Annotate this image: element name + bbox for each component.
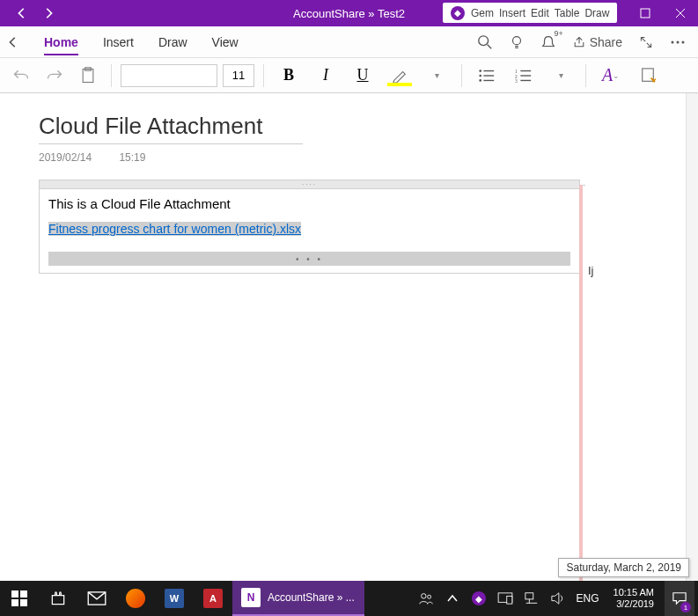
svg-line-5	[487, 44, 491, 48]
svg-point-14	[479, 70, 481, 72]
taskbar-active-app[interactable]: N AccountShare » ...	[232, 581, 364, 616]
redo-icon	[46, 67, 63, 84]
clipboard-button[interactable]	[74, 62, 102, 90]
page-title[interactable]	[39, 109, 303, 144]
separator	[585, 64, 586, 87]
maximize-button[interactable]	[628, 0, 663, 26]
taskbar-firefox[interactable]	[116, 581, 155, 616]
tray-people[interactable]	[415, 581, 437, 616]
share-label: Share	[590, 35, 622, 49]
undo-button[interactable]	[7, 62, 35, 90]
tray-overflow[interactable]	[441, 581, 464, 616]
taskbar-word[interactable]: W	[155, 581, 194, 616]
gem-icon: ◆	[451, 6, 465, 20]
tray-network[interactable]	[520, 581, 543, 616]
page-time: 15:19	[119, 151, 145, 164]
tab-view[interactable]: View	[200, 35, 251, 49]
share-button[interactable]: Share	[567, 35, 628, 49]
highlighter-icon	[392, 68, 408, 84]
bulleted-list-button[interactable]	[471, 62, 503, 90]
taskbar-pdf[interactable]: A	[194, 581, 232, 616]
search-icon	[477, 34, 493, 50]
start-button[interactable]	[0, 581, 39, 616]
mail-icon	[87, 591, 107, 605]
search-button[interactable]	[472, 29, 498, 55]
chevron-up-icon	[447, 594, 458, 603]
date-tooltip: Saturday, March 2, 2019	[558, 558, 689, 577]
nav-back-button[interactable]	[9, 0, 35, 26]
note-page[interactable]: 2019/02/14 15:19 ···· ↔ This is a Cloud …	[0, 93, 698, 290]
svg-point-10	[677, 40, 680, 43]
fullscreen-button[interactable]	[633, 29, 659, 55]
tray-clock[interactable]: 10:15 AM 3/2/2019	[606, 587, 661, 610]
separator	[263, 64, 264, 87]
tab-home[interactable]: Home	[32, 35, 91, 49]
close-button[interactable]	[663, 0, 698, 26]
action-center-button[interactable]: 1	[665, 581, 694, 616]
share-icon	[572, 35, 586, 49]
attachment-link[interactable]: Fitness progress chart for women (metric…	[48, 222, 301, 236]
block-drag-handle[interactable]: ····	[40, 180, 579, 189]
tray-language[interactable]: ENG	[573, 581, 603, 616]
notifications-button[interactable]: 9+	[535, 29, 562, 55]
font-size-input[interactable]	[223, 64, 254, 87]
addin-edit[interactable]: Edit	[531, 7, 549, 19]
content-block[interactable]: ···· ↔ This is a Cloud File Attachment F…	[39, 180, 580, 274]
window-title: AccountShare » Test2	[293, 7, 405, 20]
arrow-left-icon	[16, 7, 28, 19]
addin-table[interactable]: Table	[555, 7, 580, 19]
tab-insert[interactable]: Insert	[91, 35, 146, 49]
svg-rect-29	[11, 599, 18, 606]
highlight-button[interactable]	[384, 62, 415, 90]
tray-volume[interactable]	[547, 581, 569, 616]
clear-formatting-button[interactable]: A⌄	[595, 62, 627, 90]
ellipsis-icon	[670, 40, 686, 45]
taskbar-mail[interactable]	[77, 581, 116, 616]
content-area: 2019/02/14 15:19 ···· ↔ This is a Cloud …	[0, 93, 698, 581]
tray-display[interactable]	[494, 581, 517, 616]
tab-draw[interactable]: Draw	[146, 35, 200, 49]
content-body[interactable]: This is a Cloud File Attachment Fitness …	[40, 189, 579, 273]
title-bar: AccountShare » Test2 ◆ Gem Insert Edit T…	[0, 0, 698, 26]
tag-button[interactable]	[632, 62, 664, 90]
formatting-toolbar: B I U ▾ 123 ▾ A⌄	[0, 58, 698, 93]
nav-forward-button[interactable]	[35, 0, 62, 26]
tray-language-label: ENG	[577, 592, 599, 605]
system-tray: ◆ ENG 10:15 AM 3/2/2019 1	[415, 581, 699, 616]
tray-gem[interactable]: ◆	[467, 581, 490, 616]
chevron-left-icon	[7, 36, 19, 48]
addin-draw[interactable]: Draw	[584, 7, 609, 19]
maximize-icon	[640, 8, 650, 18]
redo-button[interactable]	[40, 62, 69, 90]
underline-button[interactable]: U	[347, 62, 378, 90]
volume-icon	[550, 591, 566, 605]
expand-icon	[639, 35, 653, 49]
numbered-list-button[interactable]: 123	[508, 62, 540, 90]
clipboard-icon	[80, 67, 96, 84]
page-back-button[interactable]	[7, 36, 32, 48]
taskbar-store[interactable]	[39, 581, 77, 616]
windows-icon	[11, 590, 27, 606]
lightbulb-button[interactable]	[503, 29, 530, 55]
page-date: 2019/02/14	[39, 151, 92, 164]
svg-point-32	[421, 594, 425, 598]
font-name-input[interactable]	[121, 64, 217, 87]
more-button[interactable]	[665, 29, 691, 55]
list-dropdown-button[interactable]: ▾	[545, 62, 577, 90]
display-icon	[497, 592, 513, 605]
gem-tray-icon: ◆	[472, 591, 486, 605]
italic-button[interactable]: I	[310, 62, 342, 90]
numbered-list-icon: 123	[515, 68, 533, 84]
addin-insert[interactable]: Insert	[499, 7, 525, 19]
svg-point-18	[479, 79, 481, 82]
bullet-list-icon	[478, 68, 496, 84]
svg-point-16	[479, 74, 481, 77]
format-dropdown-button[interactable]: ▾	[421, 62, 452, 90]
separator	[111, 64, 112, 87]
bold-button[interactable]: B	[273, 62, 305, 90]
vertical-scrollbar[interactable]	[686, 93, 698, 581]
addin-gem[interactable]: Gem	[471, 7, 494, 19]
paragraph-text[interactable]: This is a Cloud File Attachment	[48, 196, 570, 211]
attachment-placeholder[interactable]: • • •	[48, 252, 570, 266]
tag-icon	[640, 67, 656, 84]
